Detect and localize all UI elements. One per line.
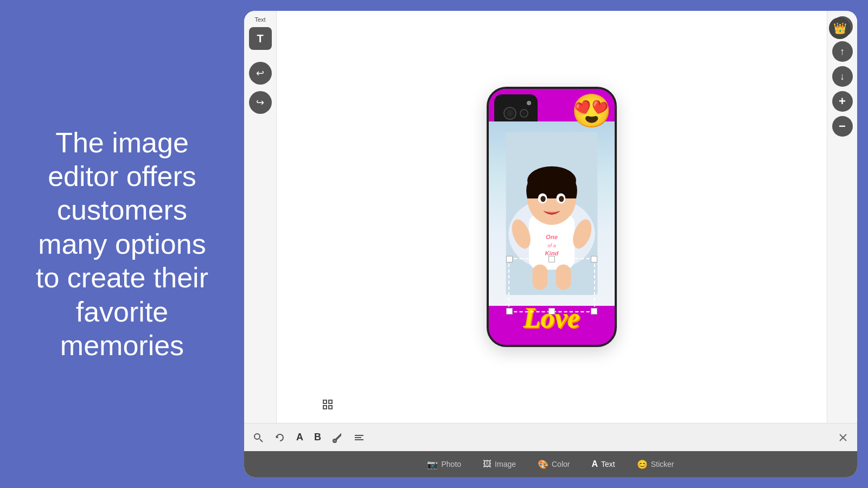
rotate-button[interactable]: [275, 432, 285, 443]
selection-box[interactable]: [508, 258, 595, 312]
svg-text:of a: of a: [547, 243, 556, 248]
bold-button[interactable]: B: [314, 432, 321, 443]
nav-text-label: Text: [601, 460, 615, 468]
text-tool-label: Text: [254, 16, 265, 23]
svg-point-20: [254, 434, 260, 439]
nav-image[interactable]: 🖼 Image: [483, 459, 516, 469]
undo-button[interactable]: ↩: [249, 62, 272, 85]
editor-panel: 👑 Text T ↩ ↪: [244, 11, 857, 477]
sticker-icon: 😊: [637, 459, 648, 470]
zoom-out-button[interactable]: −: [832, 116, 853, 137]
nav-sticker-label: Sticker: [651, 460, 674, 468]
align-button[interactable]: [354, 432, 365, 443]
svg-point-10: [540, 196, 545, 202]
move-down-button[interactable]: ↓: [832, 66, 853, 87]
left-toolbar: Text T ↩ ↪: [244, 11, 277, 423]
center-canvas[interactable]: One of a Kind: [277, 11, 827, 423]
search-format-button[interactable]: [253, 432, 264, 443]
svg-point-22: [333, 439, 336, 442]
font-color-button[interactable]: A: [296, 432, 303, 443]
nav-photo-label: Photo: [441, 460, 461, 468]
handle-bottom-right[interactable]: [591, 308, 597, 314]
nav-text[interactable]: A Text: [591, 459, 615, 469]
phone-inner: One of a Kind: [489, 89, 615, 345]
nav-color[interactable]: 🎨 Color: [538, 459, 570, 470]
close-format-button[interactable]: [838, 432, 848, 443]
nav-sticker[interactable]: 😊 Sticker: [637, 459, 674, 470]
camera-lens-2: [520, 109, 528, 118]
svg-rect-18: [323, 406, 327, 409]
left-panel: The image editor offers customers many o…: [0, 0, 244, 488]
crown-button[interactable]: 👑: [829, 17, 851, 39]
format-toolbar: A B: [244, 423, 857, 451]
text-icon: A: [591, 459, 598, 469]
bottom-nav: 📷 Photo 🖼 Image 🎨 Color A Text 😊 Sticker: [244, 451, 857, 477]
handle-top-mid[interactable]: [548, 256, 555, 262]
svg-text:One: One: [546, 234, 558, 240]
phone-case: One of a Kind: [487, 87, 617, 347]
svg-line-21: [260, 439, 263, 442]
image-icon: 🖼: [483, 459, 492, 469]
nav-image-label: Image: [495, 460, 516, 468]
handle-bottom-left[interactable]: [506, 308, 513, 314]
camera-lens-1: [503, 107, 516, 120]
color-icon: 🎨: [538, 459, 548, 470]
promo-text: The image editor offers customers many o…: [27, 126, 217, 363]
handle-bottom-mid[interactable]: [548, 308, 555, 314]
photo-icon: 📷: [427, 459, 438, 470]
brush-button[interactable]: [332, 432, 343, 443]
canvas-area: Text T ↩ ↪: [244, 11, 857, 423]
svg-point-11: [559, 196, 564, 202]
svg-rect-19: [329, 406, 332, 409]
handle-top-left[interactable]: [506, 256, 513, 262]
focus-button[interactable]: [318, 395, 337, 414]
zoom-in-button[interactable]: +: [832, 91, 853, 112]
right-toolbar: 🗑 ↑ ↓ + −: [827, 11, 857, 423]
svg-rect-17: [329, 400, 332, 403]
camera-flash: [527, 101, 531, 105]
emoji-sticker: 😍: [571, 92, 612, 130]
svg-rect-16: [323, 400, 327, 403]
redo-button[interactable]: ↪: [249, 91, 272, 114]
move-up-button[interactable]: ↑: [832, 41, 853, 62]
nav-photo[interactable]: 📷 Photo: [427, 459, 461, 470]
nav-color-label: Color: [552, 460, 570, 468]
text-tool-button[interactable]: T: [249, 27, 272, 50]
handle-top-right[interactable]: [591, 256, 597, 262]
